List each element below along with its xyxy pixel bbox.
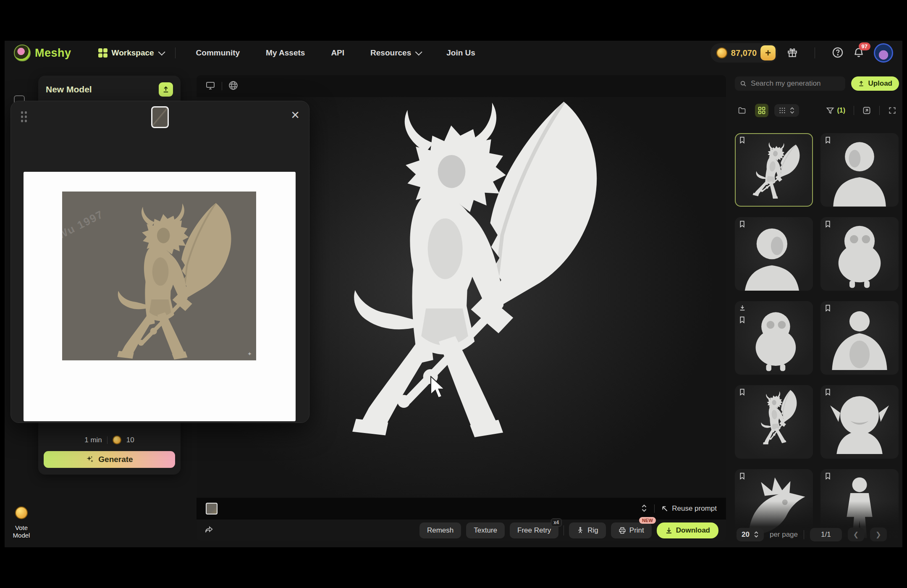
toolbar-divider — [222, 82, 222, 90]
expand-button[interactable] — [886, 104, 899, 117]
bookmark-icon[interactable] — [739, 136, 745, 144]
bookmark-icon[interactable] — [739, 316, 745, 323]
up-down-chevron-icon — [641, 504, 647, 512]
bookmark-icon[interactable] — [825, 472, 831, 480]
nav-item-resources[interactable]: Resources — [370, 44, 420, 62]
vote-model-button[interactable]: Vote Model — [9, 507, 34, 540]
model-thumbnail[interactable] — [820, 301, 899, 375]
model-thumbnail[interactable] — [735, 133, 813, 207]
select-mode-button[interactable] — [860, 104, 873, 117]
coin-icon — [716, 47, 727, 58]
nav-right-cluster: 87,070 + 97 — [710, 43, 893, 63]
thumbnail-render — [735, 385, 813, 459]
grid-view-button[interactable] — [755, 104, 768, 117]
workspace-menu[interactable]: Workspace — [98, 48, 163, 58]
credits-value: 87,070 — [731, 48, 757, 58]
upload-label: Upload — [868, 79, 892, 88]
nav-item-join-us[interactable]: Join Us — [446, 44, 475, 62]
meshy-logo[interactable]: Meshy — [14, 45, 71, 61]
search-input[interactable] — [751, 79, 840, 88]
model-thumbnail[interactable] — [820, 385, 899, 459]
generation-meta: 1 min 10 — [38, 436, 181, 444]
thumbnail-render — [735, 133, 813, 207]
add-credits-button[interactable]: + — [760, 45, 776, 60]
bookmark-icon[interactable] — [739, 388, 745, 396]
workspace-label: Workspace — [112, 48, 154, 58]
download-icon — [665, 527, 673, 534]
arrow-up-left-icon — [661, 505, 668, 512]
close-button[interactable]: ✕ — [291, 110, 300, 121]
free-retry-button[interactable]: Free Retry x4 — [510, 522, 558, 538]
notifications-button[interactable]: 97 — [853, 47, 865, 60]
gift-button[interactable] — [787, 47, 798, 59]
image-tab-thumbnail[interactable] — [151, 106, 169, 128]
density-sort-control[interactable] — [774, 104, 799, 117]
print-button[interactable]: Print NEW — [611, 522, 652, 538]
gift-icon — [787, 47, 798, 58]
rig-icon — [577, 527, 584, 534]
filter-button[interactable]: (1) — [823, 104, 848, 117]
sidebar-upload-button[interactable]: Upload — [851, 76, 899, 91]
model-thumbnail[interactable] — [820, 217, 899, 291]
model-thumbnail[interactable] — [735, 217, 813, 291]
collapse-prompt-button[interactable] — [641, 504, 647, 513]
drag-handle-icon[interactable] — [21, 111, 28, 122]
model-thumbnail[interactable] — [820, 133, 899, 207]
monitor-icon — [205, 81, 216, 91]
share-button[interactable] — [204, 525, 214, 536]
download-icon[interactable] — [739, 304, 746, 311]
reuse-prompt-label: Reuse prompt — [672, 504, 717, 513]
next-page-button[interactable]: ❯ — [870, 528, 886, 541]
reuse-prompt-button[interactable]: Reuse prompt — [661, 504, 717, 513]
bookmark-icon[interactable] — [739, 220, 745, 228]
folder-icon — [737, 106, 747, 115]
avatar[interactable] — [874, 43, 893, 63]
nav-item-my-assets[interactable]: My Assets — [266, 44, 305, 62]
mouse-cursor — [429, 376, 446, 399]
thumbnail-render — [820, 217, 899, 291]
environment-button[interactable] — [228, 80, 239, 92]
generation-grid — [735, 133, 899, 543]
prompt-bar-controls: Reuse prompt — [641, 504, 717, 513]
upload-icon — [858, 80, 865, 87]
reference-image[interactable]: Wu 1997 ✦ — [62, 192, 256, 360]
pagination-bar: 20 per page 1/1 ❮ ❯ — [737, 528, 898, 541]
per-page-stepper[interactable]: 20 — [737, 528, 764, 541]
modal-header: ✕ — [11, 101, 309, 131]
action-toolbar: Remesh Texture Free Retry x4 Rig — [197, 520, 726, 541]
prev-page-button[interactable]: ❮ — [848, 528, 864, 541]
bookmark-icon[interactable] — [825, 220, 831, 228]
search-box[interactable] — [735, 76, 845, 91]
prompt-image-thumbnail[interactable] — [206, 503, 218, 514]
bookmark-icon[interactable] — [825, 388, 831, 396]
help-button[interactable] — [832, 47, 844, 60]
retry-count-badge: x4 — [551, 518, 562, 527]
app-window: Meshy Workspace Community My Assets API … — [5, 41, 902, 547]
bookmark-icon[interactable] — [825, 136, 831, 144]
download-button[interactable]: Download — [657, 522, 718, 538]
concept-art-render — [70, 201, 250, 360]
credits-balance[interactable]: 87,070 + — [710, 43, 778, 63]
vote-model-label: Vote Model — [9, 524, 34, 540]
coin-icon — [113, 436, 121, 444]
nav-item-community[interactable]: Community — [196, 44, 240, 62]
brand-name: Meshy — [35, 47, 71, 60]
filter-divider — [879, 106, 880, 115]
model-thumbnail[interactable] — [735, 385, 813, 459]
upload-image-button[interactable] — [159, 82, 173, 97]
thumbnail-render — [820, 133, 899, 207]
filter-row: (1) — [735, 104, 899, 117]
folders-button[interactable] — [735, 104, 749, 117]
bookmark-icon[interactable] — [739, 472, 745, 480]
share-icon — [204, 525, 214, 534]
screen-view-button[interactable] — [205, 81, 216, 92]
nav-item-api[interactable]: API — [331, 44, 344, 62]
rig-button[interactable]: Rig — [569, 522, 606, 538]
remesh-button[interactable]: Remesh — [419, 522, 461, 538]
generate-button[interactable]: Generate — [44, 451, 175, 468]
estimate-time: 1 min — [84, 436, 102, 444]
model-thumbnail[interactable] — [735, 301, 813, 375]
texture-button[interactable]: Texture — [466, 522, 505, 538]
bookmark-icon[interactable] — [825, 304, 831, 312]
prompt-divider — [654, 504, 655, 513]
